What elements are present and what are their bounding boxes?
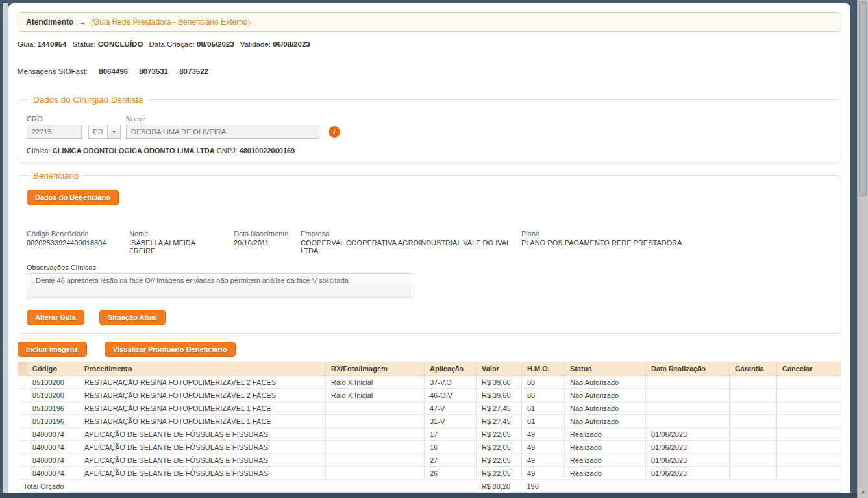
incluir-imagens-button[interactable]: Incluir Imagens bbox=[18, 342, 87, 357]
table-cell: 37-V,O bbox=[425, 376, 477, 389]
observacoes-textarea[interactable]: . Dente 46 apresneta lesão na face O// I… bbox=[27, 273, 412, 299]
table-cell: Raio X Inicial bbox=[326, 376, 425, 389]
column-header-data-realizacao: Data Realização bbox=[646, 362, 730, 376]
table-cell bbox=[777, 402, 841, 415]
clinica-value: CLINICA ODONTOLOGICA ODONTO LIMA LTDA bbox=[53, 147, 215, 155]
clinica-label: Clínica: bbox=[27, 147, 51, 155]
table-cell: R$ 22,05 bbox=[477, 454, 522, 467]
table-cell: APLICAÇÃO DE SELANTE DE FÓSSULAS E FISSU… bbox=[79, 467, 326, 480]
breadcrumb-arrow-icon: → bbox=[79, 18, 86, 27]
siofast-message-link[interactable]: 8073531 bbox=[139, 68, 168, 75]
table-cell: 85100200 bbox=[27, 389, 79, 402]
row-tag-cell bbox=[18, 415, 27, 428]
table-cell bbox=[730, 389, 777, 402]
table-cell: RESTAURAÇÃO RESINA FOTOPOLIMERIZÁVEL 2 F… bbox=[79, 389, 326, 402]
situacao-atual-button[interactable]: Situação Atual bbox=[99, 310, 166, 325]
column-header-aplicacao: Aplicação bbox=[425, 362, 477, 376]
table-row[interactable]: 84000074APLICAÇÃO DE SELANTE DE FÓSSULAS… bbox=[18, 441, 841, 454]
table-cell: 85100196 bbox=[27, 402, 79, 415]
data-nascimento-value: 20/10/2011 bbox=[234, 239, 289, 247]
table-cell: 01/06/2023 bbox=[646, 467, 730, 480]
alterar-guia-button[interactable]: Alterar Guia bbox=[27, 310, 84, 325]
dentista-nome-input[interactable] bbox=[126, 125, 319, 139]
table-cell bbox=[730, 428, 777, 441]
row-tag-cell bbox=[18, 467, 27, 480]
uf-select[interactable]: PR ▼ bbox=[88, 125, 121, 139]
table-cell: Realizado bbox=[565, 441, 646, 454]
column-header-cancelar: Cancelar bbox=[777, 362, 841, 376]
table-cell bbox=[777, 376, 841, 389]
empresa-label: Empresa bbox=[301, 230, 510, 238]
table-row[interactable]: 85100200RESTAURAÇÃO RESINA FOTOPOLIMERIZ… bbox=[18, 376, 841, 389]
table-row[interactable]: 84000074APLICAÇÃO DE SELANTE DE FÓSSULAS… bbox=[18, 454, 841, 467]
table-cell bbox=[326, 467, 425, 480]
table-cell: 49 bbox=[522, 454, 565, 467]
window-bottom-edge bbox=[0, 493, 857, 498]
total-valor: R$ 88,20 bbox=[477, 480, 522, 493]
scrollbar-thumb[interactable] bbox=[859, 1, 867, 196]
data-criacao-label: Data Criação: bbox=[149, 40, 195, 48]
data-nascimento-label: Data Nascimento bbox=[234, 230, 289, 238]
procedures-table: Código Procedimento RX/Foto/Imagem Aplic… bbox=[18, 362, 841, 493]
cro-input[interactable] bbox=[27, 125, 82, 139]
cro-label: CRO bbox=[27, 115, 82, 123]
dados-beneficiario-button[interactable]: Dados do Beneficiário bbox=[27, 190, 119, 205]
mensagens-label: Mensagens SIOFast: bbox=[18, 68, 88, 75]
total-hmo: 196 bbox=[522, 480, 565, 493]
table-cell: R$ 22,05 bbox=[477, 467, 522, 480]
nome-label: Nome bbox=[126, 115, 319, 123]
uf-selected-value: PR bbox=[88, 125, 108, 139]
table-cell: R$ 22,05 bbox=[477, 441, 522, 454]
table-cell: R$ 39,60 bbox=[477, 376, 522, 389]
vertical-scrollbar[interactable]: ▼ bbox=[857, 0, 868, 498]
table-cell bbox=[730, 441, 777, 454]
observacoes-label: Observações Clínicas bbox=[27, 264, 832, 271]
row-tag-cell bbox=[18, 389, 27, 402]
table-row[interactable]: 85100196RESTAURAÇÃO RESINA FOTOPOLIMERIZ… bbox=[18, 402, 841, 415]
total-label: Total Orçado bbox=[18, 480, 477, 493]
table-row[interactable]: 84000074APLICAÇÃO DE SELANTE DE FÓSSULAS… bbox=[18, 467, 841, 480]
mensagens-siofast-line: Mensagens SIOFast: 8064496 8073531 80735… bbox=[18, 68, 841, 75]
table-row[interactable]: 85100196RESTAURAÇÃO RESINA FOTOPOLIMERIZ… bbox=[18, 415, 841, 428]
empresa-value: COOPERVAL COOPERATIVA AGROINDUSTRIAL VAL… bbox=[301, 239, 510, 255]
table-cell: 01/06/2023 bbox=[646, 441, 730, 454]
table-row[interactable]: 85100200RESTAURAÇÃO RESINA FOTOPOLIMERIZ… bbox=[18, 389, 841, 402]
table-cell: 31-V bbox=[425, 415, 477, 428]
breadcrumb-section: Atendimento bbox=[26, 18, 73, 27]
dentista-fieldset: Dados do Cirurgião Dentista CRO PR ▼ Nom… bbox=[18, 95, 841, 163]
scroll-down-arrow-icon[interactable]: ▼ bbox=[858, 488, 868, 497]
table-cell bbox=[777, 428, 841, 441]
row-tag-cell bbox=[18, 441, 27, 454]
table-cell: 84000074 bbox=[27, 454, 79, 467]
table-cell bbox=[326, 441, 425, 454]
info-icon[interactable]: i bbox=[329, 126, 340, 138]
table-cell bbox=[777, 415, 841, 428]
table-cell: Não Autorizado bbox=[565, 376, 646, 389]
table-row[interactable]: 84000074APLICAÇÃO DE SELANTE DE FÓSSULAS… bbox=[18, 428, 841, 441]
table-cell: 26 bbox=[425, 467, 477, 480]
table-cell bbox=[730, 467, 777, 480]
clinica-line: Clínica: CLINICA ODONTOLOGICA ODONTO LIM… bbox=[27, 147, 832, 155]
table-cell: APLICAÇÃO DE SELANTE DE FÓSSULAS E FISSU… bbox=[79, 441, 326, 454]
visualizar-prontuario-button[interactable]: Visualizar Prontuário Beneficiário bbox=[105, 342, 236, 357]
column-header-procedimento: Procedimento bbox=[79, 362, 326, 376]
siofast-message-link[interactable]: 8064496 bbox=[99, 68, 128, 75]
beneficiario-nome-value: ISABELLA ALMEIDA FREIRE bbox=[129, 239, 222, 255]
table-cell: Não Autorizado bbox=[565, 415, 646, 428]
table-cell: RESTAURAÇÃO RESINA FOTOPOLIMERIZÁVEL 1 F… bbox=[79, 402, 326, 415]
table-actions-row: Incluir Imagens Visualizar Prontuário Be… bbox=[18, 342, 841, 357]
beneficiario-nome-label: Nome bbox=[129, 230, 222, 238]
table-cell: Realizado bbox=[565, 428, 646, 441]
table-cell: 47-V bbox=[425, 402, 477, 415]
total-row: Total Orçado R$ 88,20 196 bbox=[18, 480, 841, 493]
table-cell: Realizado bbox=[565, 454, 646, 467]
plano-value: PLANO POS PAGAMENTO REDE PRESTADORA bbox=[521, 239, 682, 247]
table-cell: 49 bbox=[522, 467, 565, 480]
status-label: Status: bbox=[73, 40, 96, 48]
siofast-message-link[interactable]: 8073522 bbox=[179, 68, 208, 75]
chevron-down-icon[interactable]: ▼ bbox=[108, 125, 121, 139]
table-cell bbox=[730, 454, 777, 467]
row-tag-cell bbox=[18, 428, 27, 441]
table-cell: APLICAÇÃO DE SELANTE DE FÓSSULAS E FISSU… bbox=[79, 454, 326, 467]
table-cell: 16 bbox=[425, 441, 477, 454]
